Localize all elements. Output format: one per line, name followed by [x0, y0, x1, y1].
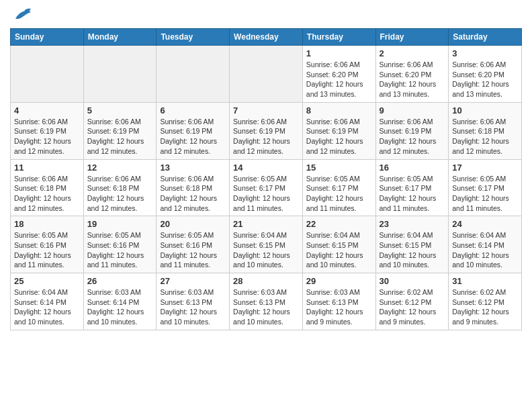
day-info: Sunrise: 6:06 AM Sunset: 6:20 PM Dayligh… [380, 60, 445, 99]
day-info: Sunrise: 6:05 AM Sunset: 6:17 PM Dayligh… [452, 174, 518, 214]
calendar-cell: 15Sunrise: 6:05 AM Sunset: 6:17 PM Dayli… [302, 159, 375, 216]
day-info: Sunrise: 6:04 AM Sunset: 6:15 PM Dayligh… [380, 230, 445, 270]
day-number: 2 [380, 48, 445, 58]
day-number: 29 [306, 276, 372, 286]
calendar-cell [11, 46, 84, 103]
week-row-4: 18Sunrise: 6:05 AM Sunset: 6:16 PM Dayli… [11, 216, 522, 273]
day-number: 18 [14, 219, 80, 229]
day-info: Sunrise: 6:06 AM Sunset: 6:18 PM Dayligh… [452, 117, 518, 156]
day-info: Sunrise: 6:05 AM Sunset: 6:16 PM Dayligh… [160, 230, 226, 270]
day-number: 14 [233, 163, 299, 173]
calendar-cell: 27Sunrise: 6:03 AM Sunset: 6:13 PM Dayli… [157, 273, 230, 330]
calendar-cell: 14Sunrise: 6:05 AM Sunset: 6:17 PM Dayli… [230, 159, 303, 216]
calendar-cell: 24Sunrise: 6:04 AM Sunset: 6:14 PM Dayli… [449, 216, 522, 273]
day-info: Sunrise: 6:04 AM Sunset: 6:14 PM Dayligh… [452, 230, 518, 270]
day-info: Sunrise: 6:04 AM Sunset: 6:15 PM Dayligh… [306, 230, 372, 270]
calendar-cell [230, 46, 303, 103]
logo-bird-icon [12, 7, 32, 23]
calendar-cell: 26Sunrise: 6:03 AM Sunset: 6:14 PM Dayli… [83, 273, 157, 330]
week-row-1: 1Sunrise: 6:06 AM Sunset: 6:20 PM Daylig… [11, 46, 522, 103]
calendar-cell: 10Sunrise: 6:06 AM Sunset: 6:18 PM Dayli… [449, 102, 522, 159]
day-info: Sunrise: 6:03 AM Sunset: 6:13 PM Dayligh… [160, 287, 226, 327]
day-info: Sunrise: 6:05 AM Sunset: 6:17 PM Dayligh… [380, 174, 445, 214]
logo [10, 7, 32, 23]
day-number: 1 [306, 48, 372, 58]
calendar-cell: 29Sunrise: 6:03 AM Sunset: 6:13 PM Dayli… [302, 273, 375, 330]
calendar-cell: 12Sunrise: 6:06 AM Sunset: 6:18 PM Dayli… [83, 159, 157, 216]
day-number: 21 [233, 219, 299, 229]
day-number: 16 [380, 163, 445, 173]
day-number: 26 [87, 276, 153, 286]
header-cell-tuesday: Tuesday [157, 29, 230, 46]
day-info: Sunrise: 6:06 AM Sunset: 6:19 PM Dayligh… [306, 117, 372, 156]
calendar-cell: 31Sunrise: 6:02 AM Sunset: 6:12 PM Dayli… [449, 273, 522, 330]
day-info: Sunrise: 6:06 AM Sunset: 6:19 PM Dayligh… [233, 117, 299, 156]
day-number: 24 [452, 219, 518, 229]
header-cell-wednesday: Wednesday [230, 29, 303, 46]
calendar-cell: 4Sunrise: 6:06 AM Sunset: 6:19 PM Daylig… [11, 102, 84, 159]
calendar-cell: 30Sunrise: 6:02 AM Sunset: 6:12 PM Dayli… [375, 273, 449, 330]
day-info: Sunrise: 6:06 AM Sunset: 6:19 PM Dayligh… [160, 117, 226, 156]
calendar-cell: 8Sunrise: 6:06 AM Sunset: 6:19 PM Daylig… [302, 102, 375, 159]
day-info: Sunrise: 6:06 AM Sunset: 6:19 PM Dayligh… [87, 117, 153, 156]
day-number: 15 [306, 163, 372, 173]
calendar-cell: 2Sunrise: 6:06 AM Sunset: 6:20 PM Daylig… [375, 46, 449, 103]
day-info: Sunrise: 6:06 AM Sunset: 6:20 PM Dayligh… [452, 60, 518, 99]
calendar-cell: 13Sunrise: 6:06 AM Sunset: 6:18 PM Dayli… [157, 159, 230, 216]
day-info: Sunrise: 6:06 AM Sunset: 6:18 PM Dayligh… [160, 174, 226, 214]
day-info: Sunrise: 6:06 AM Sunset: 6:18 PM Dayligh… [87, 174, 153, 214]
calendar-table: SundayMondayTuesdayWednesdayThursdayFrid… [10, 28, 522, 330]
day-number: 11 [14, 163, 80, 173]
day-number: 20 [160, 219, 226, 229]
week-row-2: 4Sunrise: 6:06 AM Sunset: 6:19 PM Daylig… [11, 102, 522, 159]
header-row: SundayMondayTuesdayWednesdayThursdayFrid… [11, 29, 522, 46]
day-info: Sunrise: 6:06 AM Sunset: 6:19 PM Dayligh… [380, 117, 445, 156]
day-info: Sunrise: 6:05 AM Sunset: 6:16 PM Dayligh… [87, 230, 153, 270]
day-number: 27 [160, 276, 226, 286]
day-number: 22 [306, 219, 372, 229]
day-info: Sunrise: 6:05 AM Sunset: 6:17 PM Dayligh… [233, 174, 299, 214]
calendar-header: SundayMondayTuesdayWednesdayThursdayFrid… [11, 29, 522, 46]
day-number: 13 [160, 163, 226, 173]
day-number: 25 [14, 276, 80, 286]
day-number: 23 [380, 219, 445, 229]
calendar-cell [83, 46, 157, 103]
calendar-cell: 21Sunrise: 6:04 AM Sunset: 6:15 PM Dayli… [230, 216, 303, 273]
calendar-cell: 17Sunrise: 6:05 AM Sunset: 6:17 PM Dayli… [449, 159, 522, 216]
header-cell-thursday: Thursday [302, 29, 375, 46]
day-info: Sunrise: 6:03 AM Sunset: 6:13 PM Dayligh… [233, 287, 299, 327]
calendar-body: 1Sunrise: 6:06 AM Sunset: 6:20 PM Daylig… [11, 46, 522, 330]
calendar-cell: 5Sunrise: 6:06 AM Sunset: 6:19 PM Daylig… [83, 102, 157, 159]
day-number: 5 [87, 105, 153, 116]
day-number: 31 [452, 276, 518, 286]
day-info: Sunrise: 6:06 AM Sunset: 6:19 PM Dayligh… [14, 117, 80, 156]
calendar-cell: 11Sunrise: 6:06 AM Sunset: 6:18 PM Dayli… [11, 159, 84, 216]
week-row-5: 25Sunrise: 6:04 AM Sunset: 6:14 PM Dayli… [11, 273, 522, 330]
day-info: Sunrise: 6:06 AM Sunset: 6:20 PM Dayligh… [306, 60, 372, 99]
header [10, 7, 522, 23]
calendar-cell: 6Sunrise: 6:06 AM Sunset: 6:19 PM Daylig… [157, 102, 230, 159]
day-info: Sunrise: 6:05 AM Sunset: 6:16 PM Dayligh… [14, 230, 80, 270]
day-number: 17 [452, 163, 518, 173]
calendar-cell: 25Sunrise: 6:04 AM Sunset: 6:14 PM Dayli… [11, 273, 84, 330]
calendar-cell: 28Sunrise: 6:03 AM Sunset: 6:13 PM Dayli… [230, 273, 303, 330]
header-cell-monday: Monday [83, 29, 157, 46]
day-number: 10 [452, 105, 518, 116]
calendar-cell: 1Sunrise: 6:06 AM Sunset: 6:20 PM Daylig… [302, 46, 375, 103]
calendar-cell: 22Sunrise: 6:04 AM Sunset: 6:15 PM Dayli… [302, 216, 375, 273]
calendar-cell: 7Sunrise: 6:06 AM Sunset: 6:19 PM Daylig… [230, 102, 303, 159]
calendar-cell: 16Sunrise: 6:05 AM Sunset: 6:17 PM Dayli… [375, 159, 449, 216]
header-cell-saturday: Saturday [449, 29, 522, 46]
day-number: 6 [160, 105, 226, 116]
calendar-cell: 3Sunrise: 6:06 AM Sunset: 6:20 PM Daylig… [449, 46, 522, 103]
calendar-cell: 20Sunrise: 6:05 AM Sunset: 6:16 PM Dayli… [157, 216, 230, 273]
day-info: Sunrise: 6:05 AM Sunset: 6:17 PM Dayligh… [306, 174, 372, 214]
day-number: 28 [233, 276, 299, 286]
day-info: Sunrise: 6:06 AM Sunset: 6:18 PM Dayligh… [14, 174, 80, 214]
calendar-cell: 18Sunrise: 6:05 AM Sunset: 6:16 PM Dayli… [11, 216, 84, 273]
calendar-cell: 19Sunrise: 6:05 AM Sunset: 6:16 PM Dayli… [83, 216, 157, 273]
day-number: 4 [14, 105, 80, 116]
calendar-cell [157, 46, 230, 103]
day-number: 12 [87, 163, 153, 173]
header-cell-sunday: Sunday [11, 29, 84, 46]
